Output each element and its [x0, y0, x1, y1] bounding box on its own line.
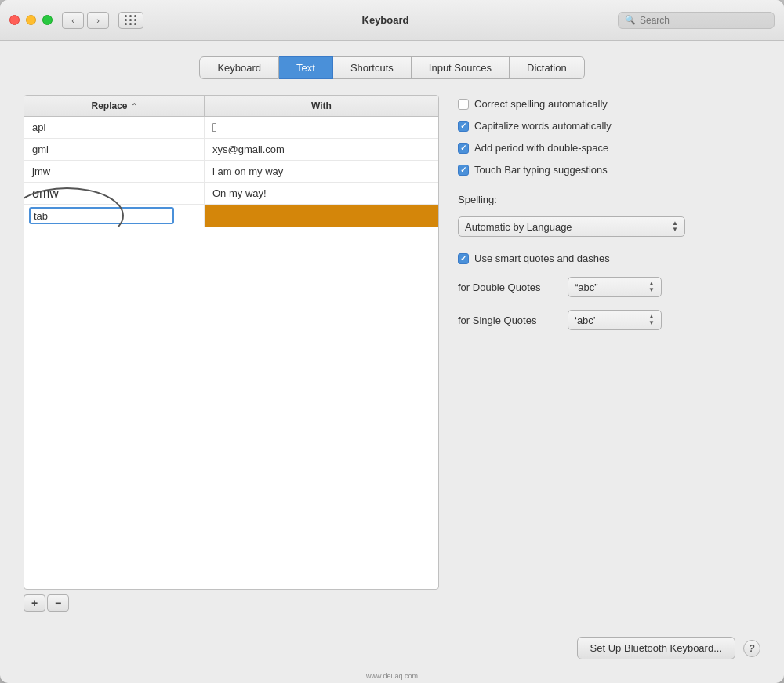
tabs: Keyboard Text Shortcuts Input Sources Di… — [24, 56, 760, 79]
remove-row-button[interactable]: − — [47, 594, 69, 612]
correct-spelling-checkbox[interactable] — [458, 99, 469, 110]
table-row-editing[interactable] — [24, 205, 438, 227]
col-with: With — [205, 96, 438, 116]
table-actions: + − — [24, 594, 439, 612]
tab-shortcuts[interactable]: Shortcuts — [333, 56, 412, 79]
double-quotes-dropdown[interactable]: “abc” ▲ ▼ — [568, 277, 662, 297]
watermark: www.deuaq.com — [0, 672, 784, 683]
dropdown-arrows-icon: ▲ ▼ — [672, 220, 678, 233]
content-area: Keyboard Text Shortcuts Input Sources Di… — [0, 41, 784, 627]
window-title: Keyboard — [153, 14, 618, 26]
minimize-button[interactable] — [26, 15, 36, 25]
bottom-bar: Set Up Bluetooth Keyboard... ? — [0, 627, 784, 672]
single-quotes-value: ‘abc’ — [575, 314, 596, 326]
double-quotes-arrows-icon: ▲ ▼ — [648, 281, 655, 293]
double-quotes-value: “abc” — [575, 282, 598, 293]
double-quotes-row: for Double Quotes “abc” ▲ ▼ — [458, 277, 760, 297]
titlebar: ‹ › Keyboard 🔍 — [0, 0, 784, 41]
spelling-section-label: Spelling: — [458, 194, 760, 205]
bluetooth-keyboard-button[interactable]: Set Up Bluetooth Keyboard... — [577, 637, 735, 659]
cell-with: On my way! — [205, 183, 438, 204]
single-quotes-dropdown[interactable]: ‘abc’ ▲ ▼ — [568, 310, 662, 330]
table-row[interactable]: apl  — [24, 117, 438, 139]
add-period-row: Add period with double-space — [458, 142, 760, 154]
tab-text[interactable]: Text — [279, 56, 333, 79]
correct-spelling-row: Correct spelling automatically — [458, 98, 760, 110]
add-row-button[interactable]: + — [24, 594, 45, 612]
search-box[interactable]: 🔍 — [618, 12, 775, 29]
smart-quotes-checkbox[interactable] — [458, 253, 469, 264]
table-container: Replace ⌃ With apl  — [24, 95, 439, 590]
sort-arrow-icon: ⌃ — [131, 102, 137, 111]
forward-button[interactable]: › — [87, 12, 109, 29]
cell-replace: apl — [24, 117, 205, 138]
traffic-lights — [9, 15, 53, 25]
table-row[interactable]: omw On my way! — [24, 183, 438, 205]
cell-with: i am on my way — [205, 161, 438, 182]
touch-bar-label: Touch Bar typing suggestions — [474, 164, 608, 176]
cell-replace: jmw — [24, 161, 205, 182]
cell-with: xys@gmail.com — [205, 139, 438, 160]
table-row[interactable]: gml xys@gmail.com — [24, 139, 438, 161]
table-body: apl  gml xys@gmail.com jmw i am on my w… — [24, 117, 438, 227]
search-icon: 🔍 — [625, 15, 636, 25]
tab-dictation[interactable]: Dictation — [510, 56, 585, 79]
back-button[interactable]: ‹ — [62, 12, 84, 29]
capitalize-words-label: Capitalize words automatically — [474, 120, 612, 132]
right-panel: Correct spelling automatically Capitaliz… — [458, 95, 760, 612]
window: ‹ › Keyboard 🔍 Keyboard Text Shortcuts I… — [0, 0, 784, 683]
correct-spelling-label: Correct spelling automatically — [474, 98, 608, 110]
smart-quotes-label: Use smart quotes and dashes — [474, 252, 610, 264]
cell-replace: omw — [24, 183, 205, 204]
table-header: Replace ⌃ With — [24, 96, 438, 117]
help-button[interactable]: ? — [743, 640, 760, 657]
single-quotes-arrows-icon: ▲ ▼ — [648, 314, 655, 326]
close-button[interactable] — [9, 15, 20, 25]
spelling-dropdown-row: Automatic by Language ▲ ▼ — [458, 216, 760, 237]
grid-icon — [125, 15, 137, 25]
main-layout: Replace ⌃ With apl  — [24, 95, 760, 612]
single-quotes-label: for Single Quotes — [458, 314, 560, 326]
touch-bar-row: Touch Bar typing suggestions — [458, 164, 760, 176]
table-panel: Replace ⌃ With apl  — [24, 95, 439, 612]
cell-with-editing[interactable] — [205, 205, 438, 227]
single-quotes-row: for Single Quotes ‘abc’ ▲ ▼ — [458, 310, 760, 330]
tab-keyboard[interactable]: Keyboard — [199, 56, 279, 79]
touch-bar-checkbox[interactable] — [458, 165, 469, 176]
add-period-checkbox[interactable] — [458, 143, 469, 154]
table-row[interactable]: jmw i am on my way — [24, 161, 438, 183]
add-period-label: Add period with double-space — [474, 142, 608, 154]
search-input[interactable] — [640, 15, 768, 26]
cell-replace: gml — [24, 139, 205, 160]
col-replace: Replace ⌃ — [24, 96, 205, 116]
smart-quotes-row: Use smart quotes and dashes — [458, 252, 760, 264]
cell-with:  — [205, 117, 438, 138]
grid-button[interactable] — [118, 12, 143, 29]
capitalize-words-checkbox[interactable] — [458, 121, 469, 132]
spelling-dropdown[interactable]: Automatic by Language ▲ ▼ — [458, 216, 685, 237]
spelling-dropdown-text: Automatic by Language — [465, 221, 572, 233]
omw-text: omw — [32, 187, 59, 201]
maximize-button[interactable] — [42, 15, 53, 25]
cell-replace-editing[interactable] — [24, 205, 205, 227]
capitalize-words-row: Capitalize words automatically — [458, 120, 760, 132]
tab-input-sources[interactable]: Input Sources — [412, 56, 510, 79]
double-quotes-label: for Double Quotes — [458, 282, 560, 293]
replace-input[interactable] — [29, 207, 174, 224]
nav-buttons: ‹ › — [62, 12, 109, 29]
